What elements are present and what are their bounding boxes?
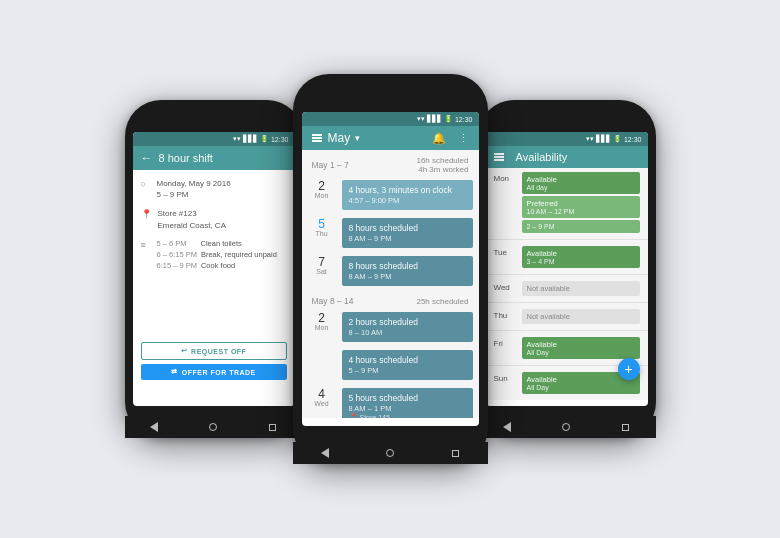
center-bottom-nav	[293, 442, 488, 464]
avail-thu-blocks: Not available	[522, 309, 640, 324]
day-label-1: 2 Mon	[308, 180, 336, 199]
right-phone: ▾▾ ▋▋▋ 🔋 12:30 Availability Mon	[478, 100, 656, 438]
date-info: Monday, May 9 2016 5 – 9 PM	[157, 178, 231, 200]
request-off-button[interactable]: ↩ REQUEST OFF	[141, 342, 287, 360]
day-label-6: 4 Wed	[308, 388, 336, 407]
avail-wed-blocks: Not available	[522, 281, 640, 296]
avail-tue-time: 3 – 4 PM	[527, 258, 635, 265]
store-name: Store #123	[158, 208, 226, 219]
avail-fri-blocks: Available All Day	[522, 337, 640, 359]
avail-mon-pref-time: 10 AM – 12 PM	[527, 208, 635, 215]
week2-scheduled: 25h scheduled	[416, 297, 468, 306]
avail-mon-preferred2[interactable]: 2 – 9 PM	[522, 220, 640, 233]
more-vert-icon[interactable]: ⋮	[458, 132, 469, 145]
shift-hours: 5 – 9 PM	[157, 189, 231, 200]
shift-card-2[interactable]: 8 hours scheduled 8 AM – 9 PM	[342, 218, 473, 248]
avail-mon-pref-title: Preferred	[527, 199, 635, 208]
left-phone-screen: ▾▾ ▋▋▋ 🔋 12:30 ← 8 hour shift ○ Monday, …	[133, 132, 295, 406]
center-toolbar-title: May ▼	[328, 131, 426, 145]
center-time: 12:30	[455, 116, 473, 123]
bell-icon[interactable]: 🔔	[432, 132, 446, 145]
task-2-time: 6 – 6:15 PM	[157, 250, 197, 259]
request-off-label: REQUEST OFF	[191, 348, 246, 355]
left-status-bar: ▾▾ ▋▋▋ 🔋 12:30	[133, 132, 295, 146]
week1-scheduled: 16h scheduled	[416, 156, 468, 165]
back-icon[interactable]: ←	[141, 151, 153, 165]
week1-worked: 4h 3m worked	[416, 165, 468, 174]
offer-trade-button[interactable]: ⇄ OFFER FOR TRADE	[141, 364, 287, 380]
store-pin-icon: 📍	[349, 413, 358, 418]
shift-card-1[interactable]: 4 hours, 3 minutes on clock 4:57 – 9:00 …	[342, 180, 473, 210]
avail-wed-unavailable[interactable]: Not available	[522, 281, 640, 296]
center-back-btn[interactable]	[320, 448, 330, 458]
divider-4	[486, 330, 648, 331]
battery-icon: 🔋	[260, 135, 269, 143]
task-2: 6 – 6:15 PM Break, required unpaid	[157, 250, 277, 259]
divider-1	[486, 239, 648, 240]
signal-icon: ▋▋▋	[427, 115, 442, 123]
shift-store-6: 📍 Store 145	[349, 413, 466, 418]
avail-thu-label: Thu	[494, 309, 516, 320]
avail-tue-blocks: Available 3 – 4 PM	[522, 246, 640, 268]
location-icon: 📍	[141, 209, 152, 219]
week2-range: May 8 – 14	[312, 296, 354, 306]
avail-sun-label: Sun	[494, 372, 516, 383]
task-1-desc: Clean toilets	[201, 239, 242, 248]
shift-title-2: 8 hours scheduled	[349, 223, 466, 234]
avail-sun-title: Available	[527, 375, 635, 384]
recents-nav-btn[interactable]	[268, 422, 278, 432]
shift-row-5: 4 hours scheduled 5 – 9 PM	[302, 346, 479, 384]
day-label-4: 2 Mon	[308, 312, 336, 331]
tasks-row: ≡ 5 – 6 PM Clean toilets 6 – 6:15 PM Bre…	[141, 239, 287, 272]
fab-plus-icon: +	[624, 361, 632, 377]
task-2-desc: Break, required unpaid	[201, 250, 277, 259]
shift-card-5[interactable]: 4 hours scheduled 5 – 9 PM	[342, 350, 473, 380]
avail-mon-preferred[interactable]: Preferred 10 AM – 12 PM	[522, 196, 640, 218]
avail-wed-row: Wed Not available	[486, 277, 648, 300]
center-phone-screen: ▾▾ ▋▋▋ 🔋 12:30 May ▼ 🔔 ⋮	[302, 112, 479, 426]
center-home-btn[interactable]	[385, 448, 395, 458]
avail-thu-unavailable[interactable]: Not available	[522, 309, 640, 324]
day-num-3: 7	[308, 256, 336, 268]
avail-tue-available[interactable]: Available 3 – 4 PM	[522, 246, 640, 268]
schedule-content[interactable]: May 1 – 7 16h scheduled 4h 3m worked 2 M…	[302, 150, 479, 418]
week1-range: May 1 – 7	[312, 160, 349, 170]
center-status-icons: ▾▾ ▋▋▋ 🔋 12:30	[417, 115, 473, 123]
phones-container: ▾▾ ▋▋▋ 🔋 12:30 ← 8 hour shift ○ Monday, …	[125, 74, 656, 464]
location-info: Store #123 Emerald Coast, CA	[158, 208, 226, 230]
signal-icon: ▋▋▋	[243, 135, 258, 143]
right-recents-btn[interactable]	[621, 422, 631, 432]
back-nav-btn[interactable]	[149, 422, 159, 432]
avail-thu-title: Not available	[527, 312, 635, 321]
right-back-btn[interactable]	[502, 422, 512, 432]
avail-sun-time: All Day	[527, 384, 635, 391]
right-time: 12:30	[624, 136, 642, 143]
home-nav-btn[interactable]	[208, 422, 218, 432]
hamburger-icon[interactable]	[312, 134, 322, 142]
day-label-2: 5 Thu	[308, 218, 336, 237]
dropdown-arrow-icon[interactable]: ▼	[353, 134, 361, 143]
task-3: 6:15 – 9 PM Cook food	[157, 261, 277, 270]
fab-button[interactable]: +	[618, 358, 640, 380]
avail-mon-label: Mon	[494, 172, 516, 183]
signal-icon: ▋▋▋	[596, 135, 611, 143]
avail-mon-available[interactable]: Available All day	[522, 172, 640, 194]
shift-card-6[interactable]: 5 hours scheduled 8 AM – 1 PM 📍 Store 14…	[342, 388, 473, 418]
shift-title-6: 5 hours scheduled	[349, 393, 466, 404]
shift-card-4[interactable]: 2 hours scheduled 8 – 10 AM	[342, 312, 473, 342]
request-off-icon: ↩	[181, 347, 188, 355]
task-3-time: 6:15 – 9 PM	[157, 261, 197, 270]
right-hamburger-icon[interactable]	[494, 153, 504, 161]
center-recents-btn[interactable]	[450, 448, 460, 458]
day-name-1: Mon	[308, 192, 336, 199]
left-action-buttons: ↩ REQUEST OFF ⇄ OFFER FOR TRADE	[141, 342, 287, 380]
date-row: ○ Monday, May 9 2016 5 – 9 PM	[141, 178, 287, 200]
avail-thu-row: Thu Not available	[486, 305, 648, 328]
left-toolbar-title: 8 hour shift	[159, 152, 213, 164]
trade-icon: ⇄	[171, 368, 178, 376]
right-home-btn[interactable]	[561, 422, 571, 432]
shift-card-3[interactable]: 8 hours scheduled 8 AM – 9 PM	[342, 256, 473, 286]
avail-fri-available[interactable]: Available All Day	[522, 337, 640, 359]
right-status-icons: ▾▾ ▋▋▋ 🔋 12:30	[586, 135, 642, 143]
day-num-1: 2	[308, 180, 336, 192]
